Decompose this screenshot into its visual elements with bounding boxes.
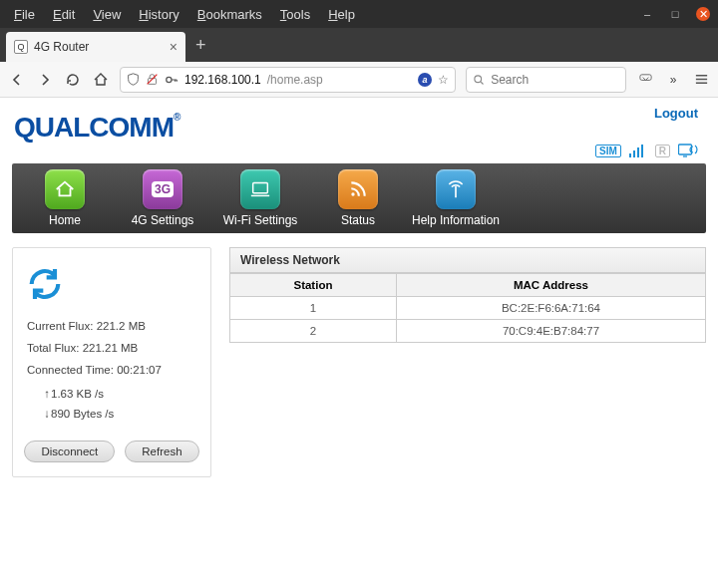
menu-help[interactable]: Help xyxy=(328,7,355,22)
nav-label: 4G Settings xyxy=(132,213,194,227)
search-bar[interactable] xyxy=(466,67,626,93)
back-button[interactable] xyxy=(8,71,26,89)
svg-line-1 xyxy=(148,75,158,85)
key-icon xyxy=(165,73,179,87)
col-mac: MAC Address xyxy=(396,274,705,297)
reload-button[interactable] xyxy=(64,71,82,89)
current-flux: Current Flux: 221.2 MB xyxy=(27,316,198,338)
down-arrow-icon: ↓ xyxy=(43,404,51,425)
nav-wifi-settings[interactable]: Wi-Fi Settings xyxy=(211,169,309,227)
content-area: Current Flux: 221.2 MB Total Flux: 221.2… xyxy=(12,247,706,477)
cellular-icon: 3G xyxy=(143,169,182,209)
app-menubar: File Edit View History Bookmarks Tools H… xyxy=(8,7,640,22)
pocket-icon[interactable] xyxy=(636,71,654,89)
laptop-icon xyxy=(240,169,280,209)
up-arrow-icon: ↑ xyxy=(43,384,51,405)
nav-4g-settings[interactable]: 3G 4G Settings xyxy=(114,169,211,227)
logout-link[interactable]: Logout xyxy=(654,106,698,121)
menu-history[interactable]: History xyxy=(139,7,179,22)
menu-view[interactable]: View xyxy=(93,7,121,22)
nav-label: Wi-Fi Settings xyxy=(223,213,298,227)
nav-label: Help Information xyxy=(412,213,500,227)
panel-title: Wireless Network xyxy=(229,247,706,273)
svg-rect-8 xyxy=(637,147,639,157)
nav-help[interactable]: Help Information xyxy=(407,169,505,227)
antenna-icon xyxy=(436,169,476,209)
url-bar[interactable]: 192.168.100.1/home.asp a ☆ xyxy=(120,67,456,93)
hamburger-menu-icon[interactable] xyxy=(692,71,710,89)
signal-bars-icon xyxy=(629,144,647,157)
refresh-button[interactable]: Refresh xyxy=(125,441,198,462)
svg-rect-9 xyxy=(641,145,643,157)
sync-icon xyxy=(25,264,198,304)
svg-line-4 xyxy=(481,82,483,84)
nav-status[interactable]: Status xyxy=(309,169,407,227)
lock-warning-icon[interactable] xyxy=(146,73,159,86)
menu-edit[interactable]: Edit xyxy=(53,7,75,22)
roaming-icon: R xyxy=(655,145,670,157)
forward-button[interactable] xyxy=(36,71,54,89)
window-controls: – □ ✕ xyxy=(640,7,710,21)
cell-station: 1 xyxy=(230,297,397,320)
cell-mac: 70:C9:4E:B7:84:77 xyxy=(396,320,705,343)
close-icon[interactable]: ✕ xyxy=(696,7,710,21)
shield-icon[interactable] xyxy=(127,73,140,86)
wireless-table: Station MAC Address 1BC:2E:F6:6A:71:6427… xyxy=(229,273,706,343)
svg-point-3 xyxy=(475,75,482,82)
new-tab-button[interactable]: + xyxy=(185,35,216,62)
svg-rect-6 xyxy=(629,153,631,157)
menu-bookmarks[interactable]: Bookmarks xyxy=(197,7,262,22)
col-station: Station xyxy=(230,274,397,297)
download-speed: ↓890 Bytes /s xyxy=(43,404,198,425)
bookmark-star-icon[interactable]: ☆ xyxy=(438,73,449,87)
window-titlebar: File Edit View History Bookmarks Tools H… xyxy=(0,0,718,28)
table-row: 1BC:2E:F6:6A:71:64 xyxy=(230,297,706,320)
table-row: 270:C9:4E:B7:84:77 xyxy=(230,320,706,343)
browser-tabstrip: Q 4G Router × + xyxy=(0,28,718,62)
flux-card: Current Flux: 221.2 MB Total Flux: 221.2… xyxy=(12,247,211,477)
url-path: /home.asp xyxy=(267,73,323,87)
cell-mac: BC:2E:F6:6A:71:64 xyxy=(396,297,705,320)
svg-point-2 xyxy=(167,77,172,82)
svg-rect-12 xyxy=(253,183,268,193)
qualcomm-logo: QUALCOMM® xyxy=(12,104,706,147)
svg-rect-5 xyxy=(639,75,650,81)
menu-file[interactable]: File xyxy=(14,7,35,22)
svg-point-14 xyxy=(351,192,354,195)
connected-time: Connected Time: 00:21:07 xyxy=(27,360,198,382)
search-input[interactable] xyxy=(491,73,619,87)
overflow-chevron-icon[interactable]: » xyxy=(664,71,682,89)
rss-icon xyxy=(338,169,378,209)
home-icon xyxy=(45,169,85,209)
tab-title: 4G Router xyxy=(34,40,89,54)
upload-speed: ↑1.63 KB /s xyxy=(43,384,198,405)
cell-station: 2 xyxy=(230,320,397,343)
tab-close-icon[interactable]: × xyxy=(170,39,178,55)
nav-label: Home xyxy=(49,213,81,227)
total-flux: Total Flux: 221.21 MB xyxy=(27,338,198,360)
tab-favicon-icon: Q xyxy=(14,40,28,54)
browser-toolbar: 192.168.100.1/home.asp a ☆ » xyxy=(0,62,718,98)
disconnect-button[interactable]: Disconnect xyxy=(24,441,115,462)
browser-tab[interactable]: Q 4G Router × xyxy=(6,32,185,62)
nav-home[interactable]: Home xyxy=(16,169,114,227)
maximize-icon[interactable]: □ xyxy=(668,7,682,21)
url-host: 192.168.100.1 xyxy=(184,73,261,87)
nav-label: Status xyxy=(341,213,375,227)
main-nav: Home 3G 4G Settings Wi-Fi Settings Statu… xyxy=(12,163,706,233)
extension-icon[interactable]: a xyxy=(418,73,432,87)
home-button[interactable] xyxy=(92,71,110,89)
menu-tools[interactable]: Tools xyxy=(280,7,310,22)
svg-rect-7 xyxy=(633,150,635,157)
status-indicator-bar: SIM R xyxy=(595,144,698,157)
search-icon xyxy=(473,74,485,86)
monitor-wifi-icon xyxy=(678,144,698,157)
sim-icon: SIM xyxy=(595,145,621,157)
wireless-panel: Wireless Network Station MAC Address 1BC… xyxy=(229,247,706,477)
minimize-icon[interactable]: – xyxy=(640,7,654,21)
page-content: Logout QUALCOMM® SIM R Home 3G 4G Settin… xyxy=(0,98,718,588)
